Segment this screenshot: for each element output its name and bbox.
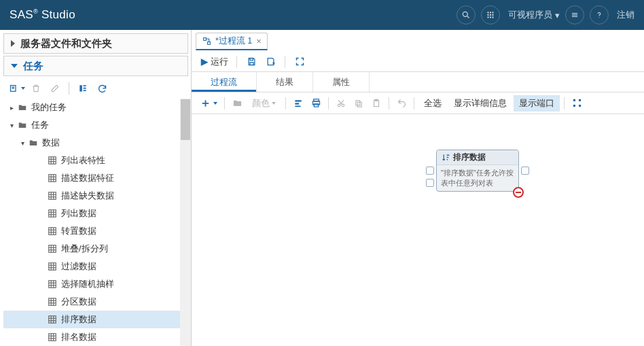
svg-rect-95 — [579, 99, 581, 101]
run-button[interactable]: ▶运行 — [198, 54, 231, 70]
svg-rect-77 — [203, 38, 206, 41]
signout-link[interactable]: 注销 — [617, 9, 634, 21]
tree-icon — [47, 314, 58, 325]
tree-my-tasks[interactable]: ▸我的任务 — [3, 99, 188, 116]
tree-item-7[interactable]: 选择随机抽样 — [3, 275, 188, 293]
content-area: *过程流 1 × ▶运行 过程流 结果 属性 ＋ 颜色 — [192, 30, 644, 346]
sidebar-toolbar — [3, 78, 191, 99]
undo-button[interactable] — [393, 95, 410, 111]
svg-rect-81 — [295, 100, 301, 101]
tree-label: 转置数据 — [61, 225, 96, 237]
tree-item-8[interactable]: 分区数据 — [3, 293, 188, 311]
tree-item-4[interactable]: 转置数据 — [3, 222, 188, 240]
app-header: SAS® Studio 可视程序员▾ 注销 — [0, 0, 644, 30]
svg-point-8 — [487, 16, 488, 18]
tree-icon — [47, 279, 58, 290]
svg-rect-67 — [49, 316, 56, 324]
tree-label: 列出数据 — [61, 207, 96, 220]
node-title: 排序数据 — [453, 152, 486, 162]
help-button[interactable] — [590, 5, 609, 24]
subtab-props[interactable]: 属性 — [313, 72, 370, 92]
tree-data[interactable]: ▾数据 — [3, 134, 188, 152]
view-subtabs: 过程流 结果 属性 — [192, 72, 644, 92]
save-button[interactable] — [243, 54, 260, 70]
input-port-1[interactable] — [426, 167, 434, 175]
new-task-button[interactable] — [9, 80, 25, 97]
document-tabstrip: *过程流 1 × — [192, 30, 644, 50]
svg-rect-96 — [579, 105, 581, 107]
more-menu-button[interactable] — [565, 5, 584, 24]
tree-item-3[interactable]: 列出数据 — [3, 205, 188, 222]
tab-label: *过程流 1 — [215, 35, 252, 47]
svg-point-10 — [492, 16, 493, 18]
apps-button[interactable] — [481, 5, 500, 24]
accordion-files[interactable]: 服务器文件和文件夹 — [3, 33, 188, 54]
flow-node-sort[interactable]: 排序数据 "排序数据"任务允许按表中任意列对表 — [436, 150, 519, 192]
add-button[interactable]: ＋ — [197, 95, 220, 111]
format-button[interactable] — [290, 95, 306, 111]
subtab-results[interactable]: 结果 — [257, 72, 313, 92]
tab-close-button[interactable]: × — [256, 36, 262, 46]
save-as-button[interactable] — [262, 54, 279, 70]
accordion-files-label: 服务器文件和文件夹 — [20, 37, 112, 50]
flow-canvas[interactable]: 排序数据 "排序数据"任务允许按表中任意列对表 — [192, 114, 644, 346]
open-button[interactable] — [229, 95, 245, 111]
output-port[interactable] — [521, 167, 529, 175]
tree-item-5[interactable]: 堆叠/拆分列 — [3, 240, 188, 258]
edit-button[interactable] — [47, 80, 63, 97]
tree-item-6[interactable]: 过滤数据 — [3, 258, 188, 275]
subtab-flow[interactable]: 过程流 — [192, 72, 257, 92]
search-button[interactable] — [457, 5, 476, 24]
sidebar: 服务器文件和文件夹 任务 ▸我的任务▾任务▾数据列出表特性描述数据特征描述缺失数… — [0, 30, 192, 346]
svg-rect-19 — [84, 85, 86, 86]
svg-rect-93 — [573, 99, 575, 101]
fullscreen-button[interactable] — [291, 54, 308, 70]
svg-point-14 — [598, 17, 599, 18]
tree-item-2[interactable]: 描述缺失数据 — [3, 187, 188, 205]
svg-rect-37 — [49, 210, 56, 218]
tree-label: 分区数据 — [61, 296, 96, 308]
properties-button[interactable] — [75, 80, 91, 97]
input-port-2[interactable] — [426, 179, 434, 187]
tree-item-9[interactable]: 排序数据 — [3, 311, 188, 328]
svg-rect-72 — [49, 334, 56, 341]
select-all-button[interactable]: 全选 — [418, 95, 447, 111]
svg-rect-27 — [49, 175, 56, 182]
svg-rect-94 — [573, 105, 575, 107]
scrollbar[interactable] — [180, 99, 191, 346]
tree-icon — [47, 332, 58, 343]
svg-rect-82 — [295, 103, 299, 104]
tree-label: 堆叠/拆分列 — [61, 243, 108, 255]
tree-item-0[interactable]: 列出表特性 — [3, 152, 188, 169]
tree-label: 过滤数据 — [61, 260, 96, 273]
tree-icon — [47, 208, 58, 219]
app-logo: SAS® Studio — [10, 8, 75, 22]
paste-button[interactable] — [368, 95, 384, 111]
svg-rect-21 — [84, 90, 86, 91]
show-ports-button[interactable]: 显示端口 — [514, 95, 560, 111]
color-button[interactable]: 颜色 — [247, 95, 281, 111]
delete-button[interactable] — [28, 80, 44, 97]
tree-label: 描述数据特征 — [61, 172, 114, 184]
tree-item-1[interactable]: 描述数据特征 — [3, 169, 188, 187]
error-badge-icon — [513, 187, 524, 198]
svg-rect-42 — [49, 228, 56, 235]
tab-processflow[interactable]: *过程流 1 × — [196, 33, 268, 50]
copy-button[interactable] — [351, 95, 367, 111]
show-details-button[interactable]: 显示详细信息 — [448, 95, 512, 111]
tree-icon — [47, 155, 58, 166]
cut-button[interactable] — [333, 95, 349, 111]
svg-rect-52 — [49, 263, 56, 271]
print-button[interactable] — [308, 95, 324, 111]
tree-tasks[interactable]: ▾任务 — [3, 116, 188, 134]
arrange-button[interactable] — [569, 95, 585, 111]
svg-rect-90 — [357, 102, 361, 107]
tree-item-10[interactable]: 排名数据 — [3, 328, 188, 346]
svg-rect-78 — [207, 42, 210, 45]
refresh-button[interactable] — [94, 80, 110, 97]
role-menu[interactable]: 可视程序员▾ — [508, 9, 560, 21]
tree-icon — [47, 296, 58, 307]
accordion-tasks[interactable]: 任务 — [3, 56, 188, 76]
tree-label: 数据 — [42, 137, 60, 149]
sort-icon — [441, 153, 450, 162]
